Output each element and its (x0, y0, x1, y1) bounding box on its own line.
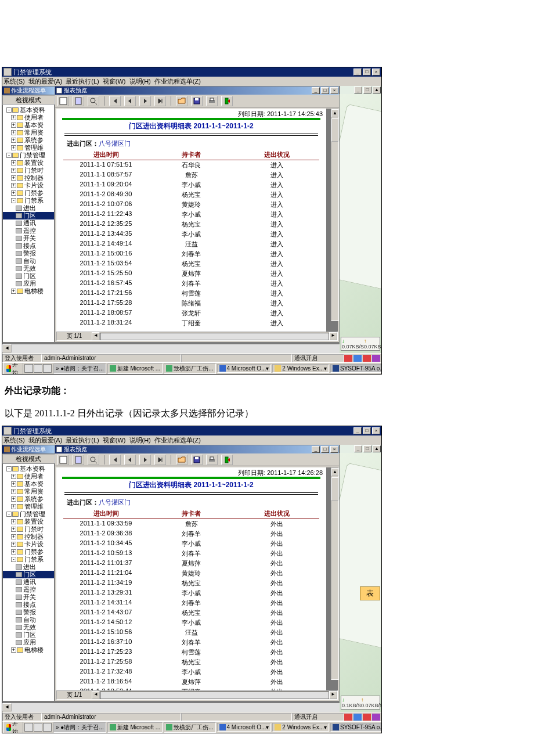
zoom-full-button[interactable] (57, 96, 69, 106)
report-area[interactable]: 列印日期: 2011-1-17 14:25:43 门区进出资料明细表 2011-… (56, 109, 338, 332)
maximize-button[interactable]: □ (363, 69, 371, 75)
menu-system[interactable]: 系统(S) (3, 436, 25, 445)
task-item[interactable]: » ●请阅：关于召... (53, 722, 106, 733)
pager-left[interactable]: ◄ (92, 332, 100, 340)
menu-recent[interactable]: 最近执行(L) (66, 77, 99, 86)
scroll-left-button[interactable]: ◄ (2, 703, 12, 711)
menu-window[interactable]: 视窗(W) (103, 77, 126, 86)
left-panel-title[interactable]: 作业流程选单 (2, 86, 55, 95)
scroll-left-button[interactable]: ◄ (2, 344, 12, 352)
menu-window[interactable]: 视窗(W) (103, 436, 126, 445)
task-item[interactable]: » ●请阅：关于召... (53, 363, 106, 374)
next-page-button[interactable] (139, 455, 151, 465)
print-button[interactable] (206, 96, 218, 106)
task-item[interactable]: 2 Windows Ex... ▾ (272, 723, 329, 732)
zoom-100-button[interactable] (88, 455, 99, 465)
minimize-button[interactable]: _ (353, 69, 362, 75)
menu-help[interactable]: 说明(H) (129, 77, 151, 86)
save-button[interactable] (191, 455, 203, 465)
ql-icon-2[interactable] (34, 723, 42, 732)
zoom-page-button[interactable] (73, 455, 84, 465)
menu-help[interactable]: 说明(H) (129, 436, 151, 445)
rs-up-button[interactable]: ▲ (373, 87, 381, 93)
preview-titlebar[interactable]: 报表预览 _ □ × (55, 87, 339, 95)
next-page-button[interactable] (139, 96, 151, 106)
rs-min-button[interactable]: _ (354, 445, 362, 452)
prev-page-button[interactable] (124, 455, 136, 465)
tree-node[interactable]: +电梯楼 (3, 646, 54, 654)
report-area[interactable]: 列印日期: 2011-1-17 14:26:28 门区进出资料明细表 2011-… (56, 467, 338, 690)
menu-recent[interactable]: 最近执行(L) (66, 436, 99, 445)
maximize-button[interactable]: □ (363, 427, 371, 434)
scroll-thumb[interactable] (331, 477, 338, 501)
ql-icon-2[interactable] (34, 364, 42, 373)
preview-max-button[interactable]: □ (321, 446, 329, 453)
start-button[interactable]: 开始 (3, 721, 23, 733)
first-page-button[interactable] (109, 96, 121, 106)
tree-node[interactable]: +电梯楼 (3, 287, 54, 295)
scroll-track[interactable] (12, 703, 372, 712)
pager-left[interactable]: ◄ (92, 691, 100, 699)
close-button[interactable]: × (372, 427, 380, 434)
preview-close-button[interactable]: × (330, 446, 338, 453)
last-page-button[interactable] (154, 96, 166, 106)
left-panel-title[interactable]: 作业流程选单 (2, 445, 55, 454)
start-button[interactable]: 开始 (3, 362, 23, 374)
prev-page-button[interactable] (124, 96, 136, 106)
nav-tree[interactable]: -基本资料+使用者+基本资+常用资+系统参+管理维-门禁管理+装置设+门禁时+控… (2, 105, 55, 343)
status-icon-red2[interactable] (363, 714, 371, 721)
preview-close-button[interactable]: × (330, 87, 338, 94)
ql-icon-3[interactable] (43, 723, 52, 732)
zoom-page-button[interactable] (73, 96, 84, 106)
open-button[interactable] (176, 455, 187, 465)
v-scrollbar[interactable]: ▲ (331, 467, 339, 680)
scroll-up-button[interactable]: ▲ (331, 468, 338, 476)
scroll-track[interactable] (12, 344, 372, 353)
titlebar[interactable]: 门禁管理系统 _ □ × (2, 426, 381, 435)
status-icon-purple[interactable] (372, 355, 380, 362)
pager-right[interactable]: ► (329, 332, 337, 340)
ql-icon-3[interactable] (43, 364, 52, 373)
status-icon-blue[interactable] (353, 355, 362, 362)
rs-max-button[interactable]: □ (363, 87, 371, 93)
menu-flow[interactable]: 作业流程选单(Z) (154, 77, 201, 86)
status-icon-red[interactable] (344, 714, 352, 721)
task-item[interactable]: 致横沥厂工伤... (164, 722, 215, 733)
task-item[interactable]: SYSOFT-95A o... (330, 723, 381, 732)
first-page-button[interactable] (109, 455, 121, 465)
open-button[interactable] (176, 96, 187, 106)
scroll-thumb[interactable] (331, 118, 338, 142)
h-scrollbar[interactable]: ◄ ► (2, 344, 381, 353)
ql-icon-1[interactable] (24, 364, 33, 373)
pager-track[interactable] (100, 692, 329, 699)
task-item[interactable]: 新建 Microsoft ... (107, 722, 163, 733)
ql-icon-1[interactable] (24, 723, 33, 732)
print-button[interactable] (206, 455, 218, 465)
task-item[interactable]: 4 Microsoft O... ▾ (217, 364, 272, 373)
task-item[interactable]: 2 Windows Ex... ▾ (272, 364, 329, 373)
minimize-button[interactable]: _ (353, 427, 362, 434)
zoom-100-button[interactable] (88, 96, 99, 106)
nav-tree[interactable]: -基本资料+使用者+基本资+常用资+系统参+管理维-门禁管理+装置设+门禁时+控… (2, 463, 55, 701)
status-icon-red[interactable] (344, 355, 352, 362)
v-scrollbar[interactable]: ▲ (331, 109, 339, 321)
preview-min-button[interactable]: _ (312, 87, 320, 94)
exit-button[interactable] (221, 96, 233, 106)
task-item[interactable]: 4 Microsoft O... ▾ (217, 723, 272, 732)
task-item[interactable]: SYSOFT-95A o... (330, 364, 381, 373)
task-item[interactable]: 致横沥厂工伤... (164, 363, 215, 374)
save-button[interactable] (191, 96, 203, 106)
h-scrollbar[interactable]: ◄ ► (2, 703, 381, 712)
titlebar[interactable]: 门禁管理系统 _ □ × (2, 67, 381, 77)
status-icon-blue[interactable] (353, 714, 362, 721)
menu-system[interactable]: 系统(S) (3, 77, 25, 86)
preview-min-button[interactable]: _ (312, 446, 320, 453)
preview-titlebar[interactable]: 报表预览 _ □ × (55, 445, 339, 453)
menu-fav[interactable]: 我的最爱(A) (28, 77, 63, 86)
menu-fav[interactable]: 我的最爱(A) (28, 436, 63, 445)
rs-max-button[interactable]: □ (363, 445, 371, 452)
task-item[interactable]: 新建 Microsoft ... (107, 363, 163, 374)
preview-max-button[interactable]: □ (321, 87, 329, 94)
pager-right[interactable]: ► (329, 691, 337, 699)
last-page-button[interactable] (154, 455, 166, 465)
